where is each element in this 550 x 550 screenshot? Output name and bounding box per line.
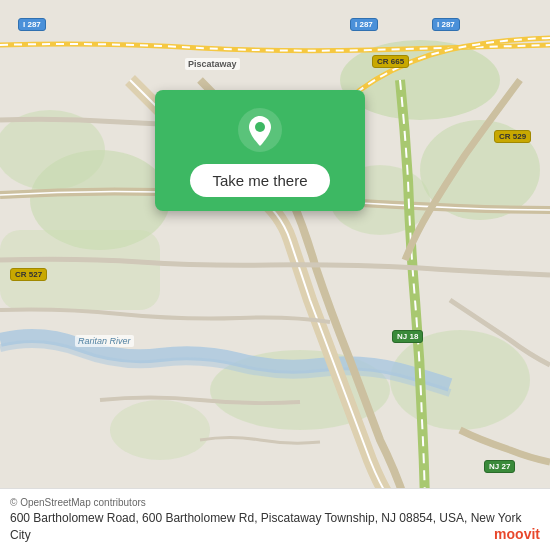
map-container: Piscataway Raritan River I 287 I 287 I 2… (0, 0, 550, 550)
bottom-bar: © OpenStreetMap contributors 600 Barthol… (0, 488, 550, 550)
moovit-logo: moovit (494, 526, 540, 542)
svg-point-9 (110, 400, 210, 460)
openstreetmap-credit: © OpenStreetMap contributors (10, 497, 540, 508)
svg-rect-6 (0, 230, 160, 310)
location-card: Take me there (155, 90, 365, 211)
address-text: 600 Bartholomew Road, 600 Bartholomew Rd… (10, 510, 540, 544)
take-me-there-button[interactable]: Take me there (190, 164, 329, 197)
svg-point-11 (255, 122, 265, 132)
location-pin-icon (238, 108, 282, 152)
